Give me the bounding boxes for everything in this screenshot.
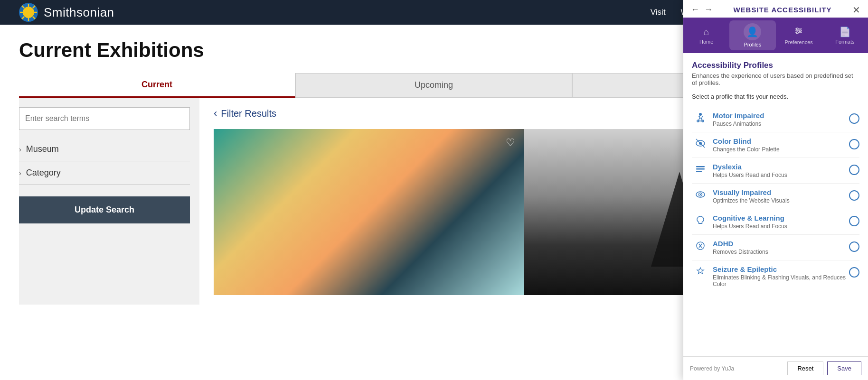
adhd-desc: Removes Distractions [713,249,849,255]
site-logo: Smithsonian [19,3,114,22]
panel-nav-icons: ← → [691,5,713,15]
accessibility-panel: ← → WEBSITE ACCESSIBILITY ✕ ⌂ Home 👤 Pro… [683,0,868,380]
tab-upcoming[interactable]: Upcoming [295,73,572,98]
museum-filter[interactable]: › Museum [19,138,190,161]
panel-save-button[interactable]: Save [827,361,861,375]
panel-tab-preferences-label: Preferences [784,39,812,45]
visually-impaired-icon [692,189,709,200]
sidebar: › Museum › Category Update Search [19,98,199,305]
exhibition-card-1: ♡ [214,129,524,295]
panel-footer-buttons: Reset Save [787,361,861,375]
category-filter-label: Category [26,168,61,178]
svg-point-17 [697,120,699,122]
panel-tab-home[interactable]: ⌂ Home [683,24,729,47]
panel-tabs: ⌂ Home 👤 Profiles Preferences 📄 Formats [683,18,868,53]
powered-by-text: Powered by YuJa [690,365,734,372]
panel-footer: Powered by YuJa Reset Save [683,356,868,380]
svg-point-27 [700,194,701,195]
exhibition-image-1 [214,129,524,295]
svg-rect-22 [696,166,705,167]
svg-point-14 [799,30,801,32]
panel-powered-by: Powered by YuJa [690,365,734,372]
motor-impaired-radio[interactable] [849,113,859,124]
profiles-list: Motor Impaired Pauses Animations Color B… [692,107,859,292]
dyslexia-radio[interactable] [849,165,859,175]
profile-color-blind[interactable]: Color Blind Changes the Color Palette [692,132,859,158]
home-icon: ⌂ [704,27,709,37]
adhd-icon [692,241,709,251]
visually-impaired-name: Visually Impaired [713,188,849,196]
panel-title-bar: ← → WEBSITE ACCESSIBILITY ✕ [683,0,868,18]
cognitive-learning-radio[interactable] [849,216,859,226]
museum-filter-label: Museum [26,144,59,154]
visually-impaired-desc: Optimizes the Website Visuals [713,197,849,204]
favorite-icon-1[interactable]: ♡ [503,136,518,150]
panel-prompt: Select a profile that fits your needs. [692,93,859,100]
dyslexia-icon [692,164,709,174]
color-blind-name: Color Blind [713,137,849,145]
color-blind-icon [692,138,709,148]
profile-dyslexia[interactable]: Dyslexia Helps Users Read and Focus [692,158,859,184]
seizure-epileptic-name: Seizure & Epileptic [713,265,849,273]
svg-point-15 [796,32,798,34]
panel-tab-profiles[interactable]: 👤 Profiles [729,20,775,50]
svg-point-1 [23,7,34,18]
panel-tab-formats-label: Formats [835,39,854,45]
adhd-radio[interactable] [849,241,859,252]
seizure-epileptic-radio[interactable] [849,267,859,278]
seizure-epileptic-icon [692,266,709,277]
panel-tab-profiles-label: Profiles [744,42,762,47]
profile-cognitive-learning[interactable]: Cognitive & Learning Helps Users Read an… [692,209,859,235]
cognitive-learning-desc: Helps Users Read and Focus [713,223,849,230]
panel-section-title: Accessibility Profiles [692,61,859,70]
cognitive-learning-icon [692,215,709,225]
adhd-name: ADHD [713,240,849,248]
cognitive-learning-name: Cognitive & Learning [713,214,849,222]
svg-rect-24 [696,171,702,172]
motor-impaired-name: Motor Impaired [713,111,849,120]
panel-section-subtitle: Enhances the experience of users based o… [692,72,859,86]
color-blind-desc: Changes the Color Palette [713,146,849,153]
category-filter[interactable]: › Category [19,161,190,185]
svg-point-18 [702,120,704,122]
update-search-button[interactable]: Update Search [19,196,190,223]
svg-rect-23 [696,168,705,170]
museum-chevron-icon: › [19,146,21,153]
panel-title: WEBSITE ACCESSIBILITY [713,6,852,14]
dyslexia-desc: Helps Users Read and Focus [713,172,849,178]
tab-current[interactable]: Current [19,73,295,98]
motor-impaired-desc: Pauses Animations [713,120,849,127]
profile-adhd[interactable]: ADHD Removes Distractions [692,235,859,260]
motor-impaired-icon [692,112,709,123]
filter-results-label: Filter Results [221,108,276,119]
profiles-icon: 👤 [744,23,761,40]
formats-icon: 📄 [839,26,851,37]
preferences-icon [794,26,803,38]
panel-close-button[interactable]: ✕ [852,5,860,15]
svg-point-16 [699,113,702,116]
panel-forward-button[interactable]: → [704,5,713,15]
panel-body: Accessibility Profiles Enhances the expe… [683,53,868,356]
category-chevron-icon: › [19,169,21,177]
panel-tab-preferences[interactable]: Preferences [776,23,822,48]
panel-reset-button[interactable]: Reset [787,361,823,375]
svg-point-13 [796,28,798,30]
color-blind-radio[interactable] [849,139,859,149]
filter-back-icon: ‹ [214,107,217,120]
seizure-epileptic-desc: Eliminates Blinking & Flashing Visuals, … [713,274,849,287]
profile-visually-impaired[interactable]: Visually Impaired Optimizes the Website … [692,184,859,209]
profile-motor-impaired[interactable]: Motor Impaired Pauses Animations [692,107,859,132]
search-input[interactable] [19,107,190,130]
site-name: Smithsonian [44,5,114,20]
visually-impaired-radio[interactable] [849,190,859,201]
panel-tab-formats[interactable]: 📄 Formats [822,23,868,47]
panel-tab-home-label: Home [699,39,713,45]
profile-seizure-epileptic[interactable]: Seizure & Epileptic Eliminates Blinking … [692,260,859,292]
dyslexia-name: Dyslexia [713,163,849,171]
nav-visit[interactable]: Visit [651,8,666,17]
panel-back-button[interactable]: ← [691,5,699,15]
smithsonian-logo-icon [19,3,38,22]
